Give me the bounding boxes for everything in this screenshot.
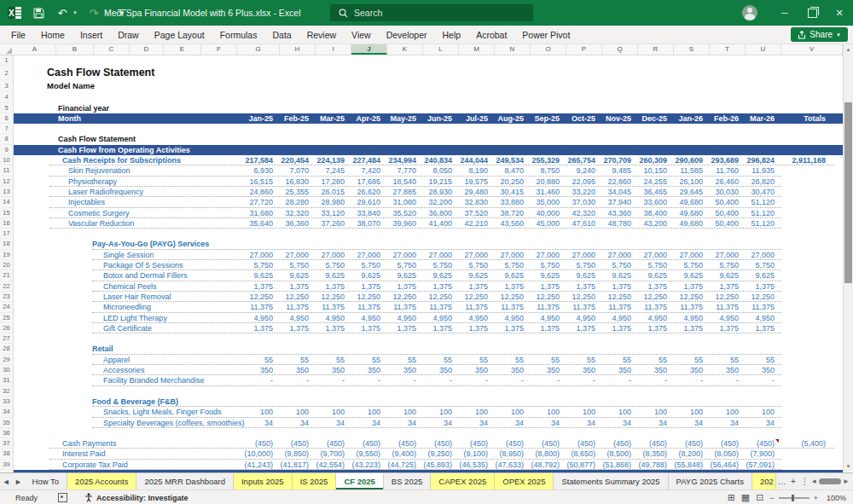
macro-record-icon[interactable] [58, 493, 67, 502]
row-header-33[interactable]: 33 [0, 397, 14, 407]
month-header-Jun-25[interactable]: Jun-25 [423, 113, 452, 124]
month-header-Jan-25[interactable]: Jan-25 [237, 113, 273, 124]
column-header-F[interactable]: F [201, 44, 237, 55]
row-header-15[interactable]: 15 [0, 208, 14, 218]
month-header-Apr-25[interactable]: Apr-25 [351, 113, 380, 124]
cell-label-row-3[interactable]: Model Name [47, 80, 95, 92]
sheet-tab-is-2025[interactable]: IS 2025 [293, 473, 337, 490]
scroll-down-icon[interactable]: ▼ [844, 461, 853, 472]
hscroll-left-icon[interactable]: ◄ [810, 478, 817, 485]
row-header-5[interactable]: 5 [0, 103, 14, 113]
zoom-slider[interactable]: − + [769, 494, 818, 502]
sheet-tab-202[interactable]: 202 [752, 473, 776, 490]
share-button[interactable]: Share ▼ [791, 27, 848, 42]
ribbon-tab-help[interactable]: Help [435, 26, 469, 44]
sheet-tab-bs-2025[interactable]: BS 2025 [384, 473, 431, 490]
month-header-Feb-25[interactable]: Feb-25 [280, 113, 309, 124]
row-header-14[interactable]: 14 [0, 197, 14, 207]
cell-label-row-2[interactable]: Cash Flow Statement [47, 66, 154, 80]
sheet-tab-statements-summary-2025[interactable]: Statements Summary 2025 [554, 473, 668, 490]
row-header-11[interactable]: 11 [0, 165, 14, 176]
row-header-36[interactable]: 36 [0, 428, 14, 438]
ribbon-tab-data[interactable]: Data [264, 26, 299, 44]
vertical-scrollbar[interactable]: ▲ ▼ [843, 44, 853, 472]
column-header-C[interactable]: C [94, 44, 130, 55]
ribbon-tab-review[interactable]: Review [299, 26, 344, 44]
ribbon-tab-file[interactable]: File [3, 26, 33, 44]
row-header-18[interactable]: 18 [0, 239, 14, 249]
sheet-tab-capex-2025[interactable]: CAPEX 2025 [431, 473, 495, 490]
column-header-P[interactable]: P [566, 44, 602, 55]
new-sheet-button[interactable]: + [787, 473, 798, 490]
column-header-U[interactable]: U [746, 44, 781, 55]
row-header-12[interactable]: 12 [0, 177, 14, 187]
ribbon-tab-insert[interactable]: Insert [73, 26, 110, 44]
row-header-10[interactable]: 10 [0, 155, 14, 165]
undo-dropdown-icon[interactable]: ▼ [73, 10, 78, 15]
page-layout-view-icon[interactable]: ▦ [741, 490, 750, 504]
row-header-34[interactable]: 34 [0, 407, 14, 417]
month-header-Aug-25[interactable]: Aug-25 [495, 113, 524, 124]
page-break-view-icon[interactable]: ⊡ [756, 490, 763, 504]
month-header-Dec-25[interactable]: Dec-25 [638, 113, 667, 124]
sheet-tab-inputs-2025[interactable]: Inputs 2025 [234, 473, 293, 490]
month-header-Feb-26[interactable]: Feb-26 [710, 113, 739, 124]
row-header-37[interactable]: 37 [0, 438, 14, 449]
ribbon-tab-draw[interactable]: Draw [110, 26, 147, 44]
save-icon[interactable] [31, 6, 46, 20]
column-header-S[interactable]: S [674, 44, 710, 55]
row-header-16[interactable]: 16 [0, 218, 14, 229]
row-header-24[interactable]: 24 [0, 302, 14, 312]
row-header-6[interactable]: 6 [0, 113, 14, 124]
comment-marker-icon[interactable] [775, 439, 779, 443]
row-header-3[interactable]: 3 [0, 80, 14, 92]
row-header-39[interactable]: 39 [0, 460, 14, 470]
ribbon-tab-developer[interactable]: Developer [379, 26, 435, 44]
row-header-28[interactable]: 28 [0, 344, 14, 354]
row-header-38[interactable]: 38 [0, 449, 14, 459]
row-header-2[interactable]: 2 [0, 66, 14, 80]
row-header-7[interactable]: 7 [0, 124, 14, 134]
zoom-out-icon[interactable]: − [769, 494, 774, 502]
column-header-E[interactable]: E [164, 44, 201, 55]
column-header-A[interactable]: A [14, 44, 56, 55]
sheet-tab-cf-2025[interactable]: CF 2025 [336, 473, 383, 490]
row-header-27[interactable]: 27 [0, 333, 14, 344]
month-header-Jan-26[interactable]: Jan-26 [674, 113, 703, 124]
tab-splitter-handle[interactable]: ⋮ [799, 473, 810, 490]
row-header-22[interactable]: 22 [0, 281, 14, 292]
column-header-I[interactable]: I [316, 44, 351, 55]
horizontal-scroll-thumb[interactable] [819, 478, 841, 484]
column-header-R[interactable]: R [638, 44, 674, 55]
column-header-H[interactable]: H [280, 44, 316, 55]
search-input[interactable]: Search [330, 4, 533, 21]
row-header-8[interactable]: 8 [0, 134, 14, 144]
sheet-nav-left-icon[interactable]: ◄ [0, 473, 12, 490]
column-header-J[interactable]: J [351, 44, 387, 55]
row-header-19[interactable]: 19 [0, 250, 14, 260]
cell-label-row-6[interactable]: Month [58, 113, 81, 124]
row-header-35[interactable]: 35 [0, 418, 14, 428]
select-all-corner[interactable] [0, 44, 15, 55]
cell-label-row-9[interactable]: Cash Flow from Operating Activities [58, 145, 190, 155]
ribbon-tab-home[interactable]: Home [33, 26, 73, 44]
month-header-Mar-25[interactable]: Mar-25 [316, 113, 345, 124]
more-sheets-button[interactable]: … [776, 473, 787, 490]
sheet-tab-payg-2025-charts[interactable]: PAYG 2025 Charts [669, 473, 752, 490]
column-header-T[interactable]: T [710, 44, 746, 55]
month-header-Mar-26[interactable]: Mar-26 [746, 113, 775, 124]
column-header-Q[interactable]: Q [602, 44, 638, 55]
month-header-Oct-25[interactable]: Oct-25 [566, 113, 595, 124]
normal-view-icon[interactable]: ⊞ [728, 490, 735, 504]
row-header-25[interactable]: 25 [0, 313, 14, 323]
excel-app-icon[interactable]: X [7, 6, 22, 20]
month-header-Nov-25[interactable]: Nov-25 [602, 113, 631, 124]
accessibility-status[interactable]: Accessibility: Investigate [84, 493, 189, 502]
row-header-9[interactable]: 9 [0, 145, 14, 155]
sheet-nav-right-icon[interactable]: ► [12, 473, 24, 490]
month-header-Jul-25[interactable]: Jul-25 [459, 113, 488, 124]
row-header-30[interactable]: 30 [0, 365, 14, 375]
row-header-1[interactable]: 1 [0, 55, 14, 66]
minimize-button[interactable]: ─ [771, 0, 798, 26]
vertical-scroll-thumb[interactable] [844, 102, 852, 283]
